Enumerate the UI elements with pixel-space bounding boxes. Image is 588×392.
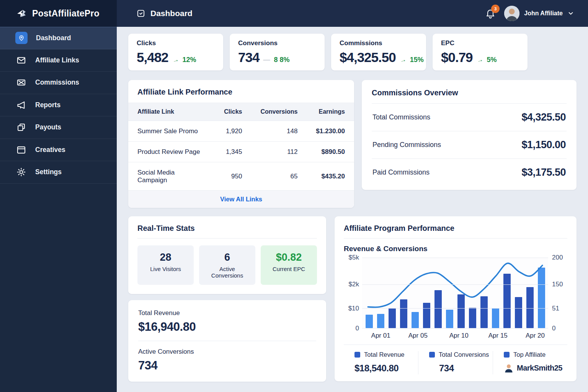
axis-tick-label: $5k: [349, 254, 359, 261]
table-row: Summer Sale Promo 1,920 148 $1.230.00: [128, 121, 354, 142]
total-revenue-panel: Total Revenue $16,940.80 Active Conversi…: [128, 300, 326, 382]
brand-block: PostAffiliatePro: [0, 0, 117, 27]
view-all-links-link[interactable]: View All Links: [220, 196, 262, 203]
sidebar-item-payouts[interactable]: Payouts: [0, 116, 117, 139]
realtime-stats-panel: Real-Time Stats 28 Live Visitors 6 Activ…: [128, 216, 326, 294]
sidebar-item-label: Settings: [35, 168, 62, 176]
stat-label: Current EPC: [265, 266, 313, 272]
location-pin-icon: [15, 32, 28, 44]
x-tick-label: Apr 10: [449, 332, 469, 340]
copy-icon: [15, 122, 27, 133]
brand-name: PostAffiliatePro: [32, 8, 100, 19]
avatar: [504, 6, 519, 21]
revenue-conversions-chart: $5k$2k$100 200150510: [344, 258, 567, 328]
left-axis: $5k$2k$100: [344, 258, 362, 328]
link-clicks: 1,345: [213, 142, 252, 162]
sidebar-item-settings[interactable]: Settings: [0, 161, 117, 184]
sidebar-item-label: Creatives: [35, 146, 65, 154]
link-earnings: $435.20: [307, 162, 354, 191]
commissions-row-paid: Paid Commissions $3,175.50: [372, 159, 567, 186]
stat-card-epc: EPC $0.79 → 5%: [433, 34, 528, 70]
axis-tick-label: 0: [356, 325, 359, 332]
sidebar-item-affiliate-links[interactable]: Affiliate Links: [0, 49, 117, 72]
affiliate-program-performance-panel: Affiliate Program Performance Revenue & …: [335, 216, 577, 381]
legend-value: $18,540.80: [354, 363, 416, 374]
sidebar-item-creatives[interactable]: Creatives: [0, 139, 117, 162]
legend-value: MarkSmith25: [517, 364, 562, 372]
stat-label: Live Visitors: [141, 266, 190, 272]
sidebar-item-label: Reports: [35, 101, 60, 109]
row-value: $4,325.50: [521, 111, 566, 123]
column-header: Earnings: [307, 103, 354, 121]
affiliate-links-table: Affiliate Link Clicks Conversions Earnin…: [128, 103, 354, 190]
link-name: Product Review Page: [128, 142, 213, 162]
row-value: 734: [138, 359, 316, 372]
sidebar-item-commissions[interactable]: Commissions: [0, 72, 117, 94]
stat-value: 5,482: [137, 50, 168, 65]
stat-change: 15%: [410, 56, 424, 64]
stat-card-commissions: Commissions $4,325.50 → 15%: [331, 34, 426, 70]
row-label: Total Revenue: [138, 309, 316, 317]
sidebar-item-dashboard[interactable]: Dashboard: [0, 27, 117, 49]
notification-badge: 3: [491, 5, 500, 13]
trend-up-arrow-icon: →: [399, 56, 407, 65]
link-name: Summer Sale Promo: [128, 121, 213, 142]
link-conversions: 112: [251, 142, 307, 162]
legend-label: Total Revenue: [364, 351, 405, 358]
legend-label: Total Conversions: [439, 351, 489, 358]
trend-up-arrow-icon: →: [171, 56, 180, 65]
legend-label: Top Affiliate: [513, 351, 546, 358]
live-visitors-box: 28 Live Visitors: [137, 245, 194, 285]
stat-label: Conversions: [238, 39, 316, 47]
panel-title: Affiliate Program Performance: [344, 224, 567, 238]
panel-title: Commissions Overview: [372, 88, 567, 104]
envelope-icon: [15, 54, 27, 66]
commissions-row-pending: Pending Commissions $1,150.00: [372, 131, 567, 159]
axis-tick-label: 200: [552, 254, 563, 261]
stat-change: 5%: [487, 56, 497, 64]
link-clicks: 1,920: [213, 121, 252, 142]
active-conversions-box: 6 Active Conversions: [199, 245, 255, 285]
column-header: Conversions: [251, 103, 307, 121]
axis-tick-label: 51: [552, 305, 559, 312]
chart-plot: [362, 258, 548, 328]
sidebar-item-reports[interactable]: Reports: [0, 94, 117, 117]
dashboard-icon: [136, 8, 146, 18]
stat-value: 6: [203, 252, 252, 263]
legend-swatch-icon: [354, 352, 360, 358]
stat-value: $0.82: [265, 252, 313, 263]
axis-tick-label: 150: [552, 281, 563, 288]
column-header: Clicks: [213, 103, 252, 121]
affiliate-link-performance-panel: Affiliate Link Performance Affiliate Lin…: [128, 80, 354, 208]
axis-tick-label: $10: [348, 305, 359, 312]
legend-swatch-icon: [429, 352, 435, 358]
notifications-button[interactable]: 3: [485, 8, 496, 19]
table-row: Social Media Campaign 950 65 $435.20: [128, 162, 354, 191]
sidebar-item-label: Affiliate Links: [35, 56, 79, 64]
stat-label: EPC: [441, 39, 519, 47]
legend-swatch-icon: [504, 352, 510, 358]
row-value: $1,150.00: [521, 139, 566, 151]
row-label: Total Commissions: [372, 113, 430, 121]
x-tick-label: Apr 15: [488, 332, 508, 340]
top-bar: PostAffiliatePro Dashboard 3: [0, 0, 588, 27]
row-label: Pending Commissions: [372, 141, 441, 149]
legend-value: 734: [429, 363, 490, 374]
legend-total-revenue: Total Revenue $18,540.80: [344, 351, 418, 374]
stat-label: Commissions: [340, 39, 418, 47]
topbar-main: Dashboard 3: [117, 0, 588, 27]
legend-total-conversions: Total Conversions 734: [418, 351, 493, 374]
dash-icon: —: [263, 56, 270, 64]
link-conversions: 148: [251, 121, 307, 142]
link-earnings: $1.230.00: [307, 121, 354, 142]
panel-title: Affiliate Link Performance: [137, 88, 345, 96]
person-icon: [504, 363, 514, 373]
right-axis: 200150510: [548, 258, 567, 328]
link-conversions: 65: [251, 162, 307, 191]
x-axis-labels: Apr 01Apr 05Apr 10Apr 15Apr 20: [362, 328, 548, 340]
row-label: Paid Commissions: [372, 168, 430, 176]
user-menu[interactable]: John Affiliate: [504, 6, 574, 21]
megaphone-icon: [15, 99, 27, 111]
gear-icon: [15, 167, 27, 178]
table-header-row: Affiliate Link Clicks Conversions Earnin…: [128, 103, 354, 121]
